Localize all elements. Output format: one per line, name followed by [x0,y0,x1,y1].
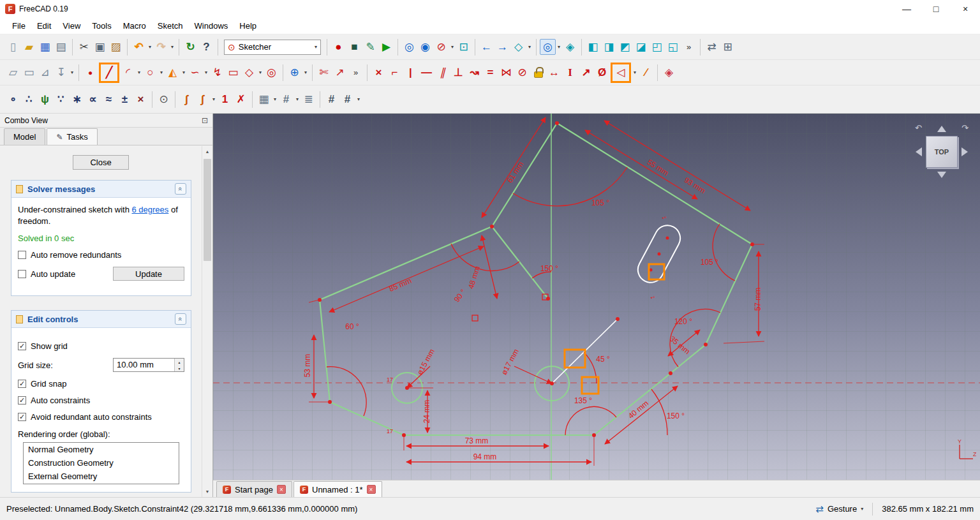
degrees-of-freedom-link[interactable]: 6 degrees [131,205,168,214]
external-geometry-icon[interactable]: ⊕ [286,64,302,80]
list-item[interactable]: Construction Geometry [24,456,179,470]
collapse-section-button[interactable]: « [175,183,186,195]
zoom-tool-icon[interactable]: ◎ [540,39,556,55]
rendering-order-list[interactable]: Normal Geometry Construction Geometry Ex… [23,442,179,484]
navcube-arrow-left[interactable] [916,147,922,156]
navcube-arrow-down[interactable] [937,172,946,178]
undo-icon[interactable]: ↶ [131,39,147,55]
rotate-cw-icon[interactable]: ↷ [961,123,969,133]
zoom-tool-dropdown-arrow[interactable]: ▾ [556,39,562,55]
list-item[interactable]: External Geometry [24,470,179,483]
slot-endpoint[interactable] [666,237,669,240]
rendering-order-icon[interactable]: ≣ [301,91,316,107]
constrain-parallel-icon[interactable]: ∥ [434,64,450,80]
float-panel-icon[interactable]: ⊡ [202,116,208,125]
convert-to-nurbs-icon[interactable]: ≈ [101,91,117,107]
view-bottom-icon[interactable]: ◰ [649,39,665,55]
conic-dropdown-arrow[interactable]: ▾ [181,64,187,80]
undo-dropdown-arrow[interactable]: ▾ [147,39,153,55]
navcube-arrow-right[interactable] [961,147,968,156]
view-right-icon[interactable]: ◩ [617,39,633,55]
navcube-arrow-up[interactable] [937,126,946,132]
constraint-tag-17a[interactable]: 17 [387,376,393,383]
trim-edge-icon[interactable]: ✄ [316,64,332,80]
create-arc-icon[interactable]: ◜ [120,64,136,80]
sketch-canvas[interactable]: 85 mm 60 ° 53 mm 90 ° 48 mm 150 ° 105 ° … [213,114,980,480]
menu-file[interactable]: File [6,19,31,33]
macro-play-icon[interactable]: ▶ [378,39,394,55]
clipping-dropdown-arrow[interactable]: ▾ [449,39,456,55]
navigation-cube[interactable]: ↶ ↷ TOP [914,124,970,180]
dim-label-150deg-b[interactable]: 150 ° [667,412,685,420]
insert-knot-icon[interactable]: × [133,91,149,107]
join-curves-dropdown-arrow[interactable]: ▾ [211,91,217,107]
menu-help[interactable]: Help [234,19,262,33]
nav-forward-icon[interactable]: → [494,39,510,55]
close-tab-icon[interactable]: × [367,485,376,494]
collapse-section-button[interactable]: « [175,313,186,325]
toggle-snap-icon[interactable]: # [278,91,294,107]
map-sketch-icon[interactable]: ↧ [53,64,69,80]
vertex-point[interactable] [318,298,322,302]
constraint-tag-17b[interactable]: 17 [387,428,393,435]
dim-label-24mm[interactable]: 24 mm [422,400,431,424]
polygon-dropdown-arrow[interactable]: ▾ [257,64,264,80]
menu-sketch[interactable]: Sketch [152,19,189,33]
macro-record-icon[interactable]: ● [330,39,346,55]
vertex-point[interactable] [669,371,672,375]
constrain-distance-icon[interactable]: ↗ [578,64,594,80]
box-zoom-icon[interactable]: ⊡ [456,39,471,55]
external-geometry-dropdown-arrow[interactable]: ▾ [302,64,309,80]
zoom-fit-selection-icon[interactable]: ◉ [417,39,433,55]
vertex-point[interactable] [555,121,559,125]
dim-label-53mm[interactable]: 53 mm [303,354,312,378]
isometric-view-icon[interactable]: ◈ [562,39,578,55]
vertex-point[interactable] [490,225,494,228]
vertex-point[interactable] [750,242,754,246]
create-polygon-icon[interactable]: ◇ [241,64,257,80]
extend-edge-icon[interactable]: ↗ [332,64,348,80]
grid-settings-icon[interactable]: # [323,91,339,107]
constraint-mark-a[interactable]: *° [662,216,667,222]
dim-label-120deg[interactable]: 120 ° [674,317,692,326]
workbench-selector[interactable]: ⊙ Sketcher ▾ [224,40,321,55]
switch-virtual-space-icon[interactable]: ⊙ [156,91,172,107]
vertex-point[interactable] [402,433,406,437]
save-icon[interactable]: ▦ [37,39,53,55]
bspline-comb-icon[interactable]: ψ [37,91,53,107]
navcube-top-face[interactable]: TOP [926,136,958,168]
tab-model[interactable]: Model [4,128,45,145]
panel-scrollbar[interactable]: ▲ ▼ [202,146,212,497]
bspline-pole-weight-icon[interactable]: ∝ [85,91,101,107]
bspline-knots-icon[interactable]: ∵ [53,91,69,107]
avoid-redundant-checkbox[interactable]: ✓ [18,413,26,421]
minimize-button[interactable]: — [892,0,921,18]
increase-bspline-degree-icon[interactable]: ± [117,91,133,107]
join-curves-alt-icon[interactable]: ∫ [195,91,211,107]
vertex-point[interactable] [405,386,409,390]
create-circle-icon[interactable]: ○ [142,64,158,80]
auto-constraints-checkbox[interactable]: ✓ [18,396,26,405]
edit-sketch-icon[interactable]: ▭ [21,64,37,80]
open-folder-icon[interactable]: ▰ [21,39,37,55]
scroll-up-icon[interactable]: ▲ [202,146,212,157]
print-icon[interactable]: ▤ [53,39,69,55]
toggle-grid-icon[interactable]: ▦ [256,91,272,107]
menu-view[interactable]: View [57,19,86,33]
dim-label-45deg[interactable]: 45 ° [596,355,610,364]
dim-label-94mm[interactable]: 94 mm [473,452,497,461]
create-polyline-icon[interactable]: ↯ [209,64,225,80]
bspline-control-polygon-icon[interactable]: ∴ [21,91,37,107]
gesture-navigation-icon[interactable]: ⇄ [815,503,824,515]
close-sketch-button[interactable]: Close [73,155,129,170]
whats-this-icon[interactable]: ? [198,39,214,55]
sketcher-tools-icon[interactable]: ◈ [661,64,677,80]
constrain-diameter-icon[interactable]: Ø [594,64,610,80]
nav-back-icon[interactable]: ← [479,39,494,55]
create-conic-icon[interactable]: ◭ [165,64,181,80]
views-extra-icon[interactable]: ⊞ [720,39,736,55]
create-bspline-icon[interactable]: ∽ [187,64,203,80]
grid-dropdown-arrow[interactable]: ▾ [272,91,278,107]
scrollbar-thumb[interactable] [204,159,211,261]
rotate-ccw-icon[interactable]: ↶ [915,123,922,133]
